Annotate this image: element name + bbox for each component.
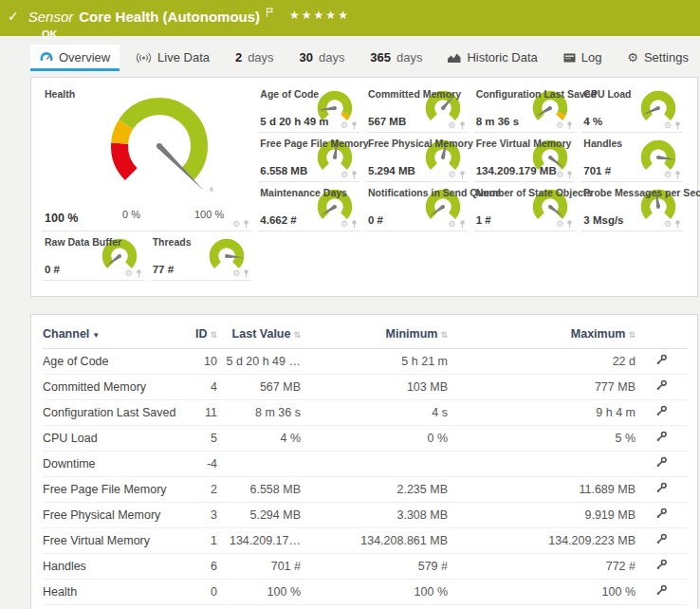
gauge-value: 701 # — [583, 165, 611, 176]
channel-name[interactable]: Committed Memory — [43, 375, 187, 400]
gauge-cell[interactable]: Number of State Objects 1 # ⚙ — [474, 182, 576, 231]
channel-settings-cell — [636, 349, 688, 375]
gauge-cell[interactable]: Maintenance Days 4.662 # ⚙ — [258, 182, 359, 231]
gear-icon[interactable]: ⚙ — [341, 171, 348, 179]
pin-icon[interactable] — [674, 121, 681, 130]
gear-icon[interactable]: ⚙ — [664, 121, 672, 130]
table-row[interactable]: Health 0 100 % 100 % 100 % — [43, 580, 688, 605]
column-header-maximum[interactable]: Maximum⇅ — [448, 319, 636, 349]
flag-icon[interactable] — [266, 4, 274, 21]
channel-name[interactable]: Configuration Last Saved — [43, 400, 187, 426]
wrench-icon[interactable] — [655, 405, 668, 417]
table-row[interactable]: CPU Load 5 4 % 0 % 5 % — [43, 426, 688, 452]
gauge-cell[interactable]: Committed Memory 567 MB ⚙ — [366, 83, 468, 133]
gauge-cell[interactable]: Free Physical Memory 5.294 MB ⚙ — [366, 133, 468, 182]
wrench-icon[interactable] — [655, 379, 668, 392]
wrench-icon[interactable] — [655, 482, 668, 494]
tab-number: 365 — [370, 50, 391, 65]
tab-365-days[interactable]: 365 days — [360, 45, 432, 71]
channel-name[interactable]: Maintenance Days — [43, 605, 187, 609]
wrench-icon[interactable] — [655, 533, 668, 545]
table-row[interactable]: Committed Memory 4 567 MB 103 MB 777 MB — [43, 375, 688, 400]
pin-icon[interactable] — [566, 121, 573, 130]
gear-icon[interactable]: ⚙ — [664, 220, 672, 229]
table-row[interactable]: Handles 6 701 # 579 # 772 # — [43, 554, 688, 580]
gear-icon[interactable]: ⚙ — [232, 269, 240, 278]
column-header-id[interactable]: ID⇅ — [187, 319, 217, 349]
gear-icon[interactable]: ⚙ — [556, 171, 563, 179]
channel-name[interactable]: Age of Code — [43, 349, 187, 375]
wrench-icon[interactable] — [655, 354, 668, 366]
tab-log[interactable]: Log — [554, 45, 612, 71]
pin-icon[interactable] — [459, 220, 466, 229]
pin-icon[interactable] — [459, 121, 466, 130]
channel-name[interactable]: Free Page File Memory — [43, 477, 187, 503]
wrench-icon[interactable] — [655, 508, 668, 520]
gauge-cell[interactable]: Handles 701 # ⚙ — [581, 133, 683, 182]
gauge-cell[interactable]: Notifications in Send Queue 0 # ⚙ — [366, 182, 468, 231]
tab-live-data[interactable]: Live Data — [126, 45, 219, 71]
tab-settings[interactable]: ⚙ Settings — [617, 45, 698, 71]
table-row[interactable]: Maintenance Days 9 4.662 # 4.662 # 4.698… — [43, 605, 688, 609]
pin-icon[interactable] — [674, 171, 681, 179]
pin-icon[interactable] — [243, 269, 249, 278]
wrench-icon[interactable] — [655, 584, 668, 597]
tab-2-days[interactable]: 2 days — [226, 45, 284, 71]
channel-name[interactable]: Free Virtual Memory — [43, 528, 187, 554]
table-row[interactable]: Free Physical Memory 3 5.294 MB 3.308 MB… — [43, 503, 688, 528]
gear-icon[interactable]: ⚙ — [449, 121, 456, 130]
wrench-icon[interactable] — [655, 431, 668, 443]
channel-last-value: 8 m 36 s — [217, 400, 301, 426]
gear-icon[interactable]: ⚙ — [341, 220, 348, 229]
gear-icon[interactable]: ⚙ — [232, 220, 240, 229]
gauge-cell[interactable]: CPU Load 4 % ⚙ — [581, 83, 683, 133]
gauge-cell[interactable]: Configuration Last Saved 8 m 36 s ⚙ — [474, 83, 576, 133]
channel-name[interactable]: Free Physical Memory — [43, 503, 187, 528]
channel-name[interactable]: Health — [43, 580, 187, 605]
table-row[interactable]: Age of Code 10 5 d 20 h 49 … 5 h 21 m 22… — [43, 349, 688, 375]
wrench-icon[interactable] — [655, 559, 668, 571]
column-header-channel[interactable]: Channel▼ — [43, 319, 187, 349]
gauge-value: 4.662 # — [260, 214, 296, 226]
channel-name[interactable]: CPU Load — [43, 426, 187, 452]
tab-historic-data[interactable]: Historic Data — [438, 45, 546, 71]
priority-stars[interactable]: ★★★★★ — [289, 9, 350, 22]
pin-icon[interactable] — [351, 220, 358, 229]
gauge-cell[interactable]: Free Page File Memory 6.558 MB ⚙ — [258, 133, 359, 182]
tab-30-days[interactable]: 30 days — [289, 45, 354, 71]
table-row[interactable]: Free Virtual Memory 1 134.209.17… 134.20… — [43, 528, 688, 554]
channel-id: 10 — [187, 349, 217, 375]
pin-icon[interactable] — [459, 171, 466, 179]
pin-icon[interactable] — [351, 121, 358, 130]
wrench-icon[interactable] — [655, 456, 668, 469]
channel-name[interactable]: Handles — [43, 554, 187, 580]
gauge-cell[interactable]: Age of Code 5 d 20 h 49 m ⚙ — [258, 83, 359, 133]
pin-icon[interactable] — [566, 220, 573, 229]
pin-icon[interactable] — [566, 171, 573, 179]
gauge-title: Maintenance Days — [260, 187, 347, 198]
gear-icon[interactable]: ⚙ — [449, 171, 456, 179]
table-row[interactable]: Configuration Last Saved 11 8 m 36 s 4 s… — [43, 400, 688, 426]
gear-icon[interactable]: ⚙ — [341, 121, 348, 130]
pin-icon[interactable] — [243, 220, 249, 229]
gauge-cell[interactable]: Threads 77 # ⚙ — [151, 231, 252, 281]
gauge-cell[interactable]: Raw Data Buffer 0 # ⚙ — [43, 231, 144, 281]
gear-icon[interactable]: ⚙ — [449, 220, 456, 229]
pin-icon[interactable] — [351, 171, 358, 179]
gauge-cell[interactable]: Free Virtual Memory 134.209.179 MB ⚙ — [474, 133, 576, 182]
gear-icon[interactable]: ⚙ — [556, 220, 563, 229]
column-header-last-value[interactable]: Last Value⇅ — [217, 319, 301, 349]
table-row[interactable]: Free Page File Memory 2 6.558 MB 2.235 M… — [43, 477, 688, 503]
gear-icon[interactable]: ⚙ — [125, 269, 133, 278]
channel-name[interactable]: Downtime — [43, 452, 187, 477]
tab-overview[interactable]: Overview — [30, 45, 120, 71]
pin-icon[interactable] — [136, 269, 142, 278]
gear-icon[interactable]: ⚙ — [556, 121, 563, 130]
pin-icon[interactable] — [674, 220, 681, 229]
channel-settings-cell — [636, 375, 688, 400]
gauge-cell-health[interactable]: Health x̄ 0 % 100 % 100 % ⚙ — [43, 83, 251, 231]
gear-icon[interactable]: ⚙ — [664, 171, 672, 179]
table-row[interactable]: Downtime -4 — [43, 452, 688, 477]
gauge-cell[interactable]: Probe Messages per Second 3 Msg/s ⚙ — [581, 182, 683, 231]
column-header-minimum[interactable]: Minimum⇅ — [301, 319, 448, 349]
